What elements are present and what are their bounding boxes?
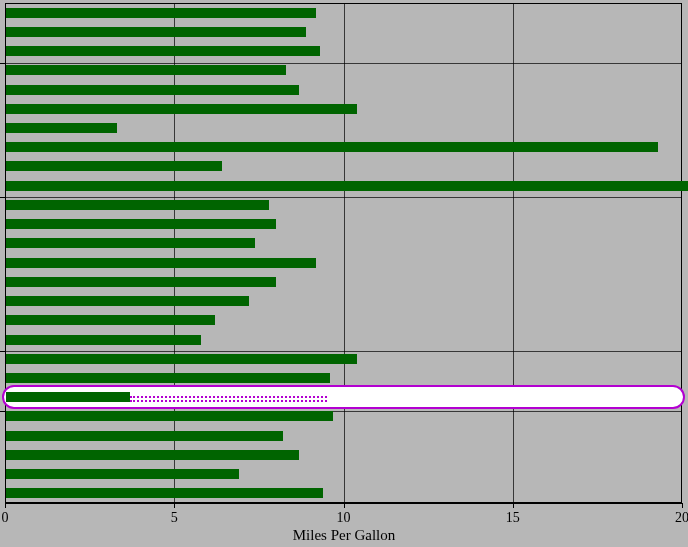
bar: [6, 296, 249, 306]
bar: [6, 238, 255, 248]
highlighted-bar: [6, 392, 130, 402]
bar: [6, 27, 306, 37]
bar: [6, 8, 316, 18]
x-axis-label: Miles Per Gallon: [0, 527, 688, 544]
x-tick-label: 5: [171, 510, 178, 526]
bar: [6, 411, 333, 421]
gridline-vertical: [174, 3, 175, 503]
x-tick: [344, 503, 345, 508]
x-tick-label: 20: [675, 510, 688, 526]
bar: [6, 65, 286, 75]
bar: [6, 258, 316, 268]
bar: [6, 161, 222, 171]
y-tick: [0, 411, 5, 412]
x-tick: [513, 503, 514, 508]
bar: [6, 181, 688, 191]
y-tick: [0, 351, 5, 352]
bar: [6, 335, 201, 345]
bar: [6, 354, 357, 364]
bar: [6, 315, 215, 325]
y-tick: [0, 197, 5, 198]
bar: [6, 200, 269, 210]
gridline-vertical: [344, 3, 345, 503]
y-tick: [0, 63, 5, 64]
x-tick: [5, 503, 6, 508]
x-tick-label: 15: [506, 510, 520, 526]
bar: [6, 431, 283, 441]
bar: [6, 469, 239, 479]
bar: [6, 450, 299, 460]
bar: [6, 142, 658, 152]
bar: [6, 46, 320, 56]
bar: [6, 373, 330, 383]
highlight-target-line: [130, 396, 326, 398]
bar: [6, 85, 299, 95]
bar: [6, 277, 276, 287]
bar: [6, 219, 276, 229]
bar: [6, 104, 357, 114]
chart-container: 05101520 Miles Per Gallon: [0, 0, 688, 547]
x-tick: [174, 503, 175, 508]
x-tick-label: 0: [2, 510, 9, 526]
x-tick-label: 10: [337, 510, 351, 526]
bar: [6, 123, 117, 133]
x-tick: [682, 503, 683, 508]
gridline-vertical: [513, 3, 514, 503]
highlight-target-line: [130, 400, 326, 402]
bar: [6, 488, 323, 498]
